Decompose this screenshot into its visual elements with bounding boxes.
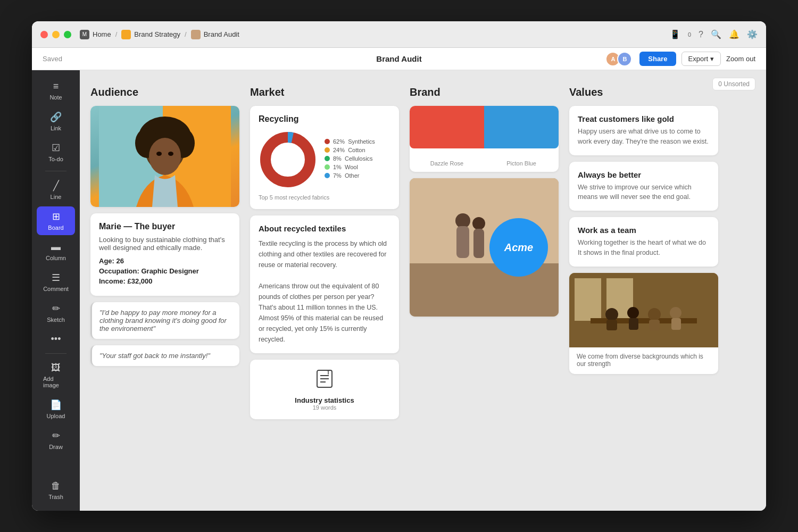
value-text-2: We strive to improve our service which m…	[578, 182, 710, 203]
sidebar-item-link[interactable]: 🔗 Link	[37, 107, 75, 136]
color-swatches-card: Dazzle Rose Picton Blue	[410, 106, 559, 172]
breadcrumb-brand-audit[interactable]: Brand Audit	[191, 30, 239, 39]
toolbar-actions: A B Share Export ▾ Zoom out	[605, 52, 755, 66]
swatch-dazzle-rose	[410, 106, 484, 148]
svg-point-6	[149, 138, 181, 175]
value-title-1: Treat customers like gold	[578, 114, 710, 123]
values-column: Values Treat customers like gold Happy u…	[569, 86, 718, 419]
svg-rect-22	[410, 263, 559, 317]
sidebar-item-more[interactable]: •••	[37, 329, 75, 349]
svg-point-7	[156, 152, 162, 156]
profile-occupation: Occupation: Graphic Designer	[99, 267, 231, 275]
quote-card-2: "Your staff got back to me instantly!"	[90, 345, 239, 366]
svg-rect-27	[473, 229, 484, 258]
value-title-2: Always be better	[578, 170, 710, 179]
profile-age: Age: 26	[99, 257, 231, 265]
mobile-icon[interactable]: 📱	[670, 29, 680, 39]
sort-badge[interactable]: 0 Unsorted	[712, 78, 755, 90]
settings-icon[interactable]: ⚙️	[747, 29, 758, 39]
svg-rect-37	[649, 320, 660, 330]
sidebar-item-column[interactable]: ▬ Column	[37, 237, 75, 265]
audience-column: Audience	[90, 86, 239, 419]
draw-icon: ✏	[52, 430, 60, 442]
value-card-1: Treat customers like gold Happy users ar…	[569, 106, 718, 155]
svg-rect-25	[456, 226, 469, 258]
swatch-label-blue: Picton Blue	[484, 158, 559, 168]
sidebar-item-comment[interactable]: ☰ Comment	[37, 268, 75, 296]
titlebar: M Home / Brand Strategy / Brand Audit 📱 …	[32, 21, 766, 48]
brand-column: Brand Dazzle Rose Picton Blue	[410, 86, 559, 419]
svg-point-32	[605, 308, 618, 321]
person-photo	[90, 106, 239, 207]
value-card-3: Work as a team Working together is the h…	[569, 217, 718, 267]
svg-rect-39	[671, 318, 681, 330]
link-icon: 🔗	[50, 111, 62, 123]
export-label: Export	[688, 55, 709, 63]
sidebar-item-line[interactable]: ╱ Line	[37, 176, 75, 204]
add-image-icon: 🖼	[51, 362, 61, 373]
profile-info-card: Marie — The buyer Looking to buy sustain…	[90, 213, 239, 296]
zoom-out-button[interactable]: Zoom out	[726, 55, 755, 63]
page-title: Brand Audit	[376, 54, 421, 63]
sidebar-item-add-image[interactable]: 🖼 Add image	[37, 358, 75, 393]
sidebar: ≡ Note 🔗 Link ☑ To-do ╱ Line ⊞ Board ▬	[32, 70, 80, 511]
profile-name: Marie — The buyer	[99, 222, 231, 231]
titlebar-actions: 📱 0 ? 🔍 🔔 ⚙️	[670, 29, 758, 39]
search-icon[interactable]: 🔍	[711, 29, 721, 39]
sidebar-label-comment: Comment	[43, 286, 69, 292]
breadcrumb-audit-label: Brand Audit	[204, 30, 239, 38]
breadcrumb-home[interactable]: M Home	[80, 30, 111, 39]
brand-logo-card: Acme	[410, 178, 559, 317]
chart-title: Recycling	[259, 114, 390, 124]
canvas[interactable]: 0 Unsorted Audience	[80, 70, 766, 511]
age-value: 26	[117, 257, 124, 265]
close-button[interactable]	[40, 31, 48, 38]
sidebar-item-draw[interactable]: ✏ Draw	[37, 426, 75, 454]
legend-label-other: 7% Other	[333, 172, 360, 179]
donut-chart-card: Recycling	[250, 106, 399, 209]
blue-label: Picton Blue	[506, 160, 536, 167]
sidebar-item-note[interactable]: ≡ Note	[37, 77, 75, 105]
profile-desc: Looking to buy sustainable clothing that…	[99, 236, 231, 252]
line-icon: ╱	[53, 180, 59, 192]
sidebar-label-todo: To-do	[48, 156, 63, 162]
window-controls	[40, 31, 71, 38]
quote-text-2: "Your staff got back to me instantly!"	[99, 352, 210, 360]
acme-logo-circle: Acme	[489, 218, 548, 277]
sidebar-item-sketch[interactable]: ✏ Sketch	[37, 298, 75, 327]
team-photo-card: We come from diverse backgrounds which i…	[569, 273, 718, 374]
textile-card: About recycled textiles Textile recyclin…	[250, 215, 399, 353]
legend-label-wool: 1% Wool	[333, 164, 358, 170]
columns-container: Audience	[90, 86, 755, 419]
breadcrumb-brand-strategy[interactable]: Brand Strategy	[121, 30, 180, 39]
legend-cotton: 24% Cotton	[325, 147, 375, 153]
market-header: Market	[250, 86, 399, 98]
minimize-button[interactable]	[52, 31, 60, 38]
sidebar-label-board: Board	[48, 225, 63, 231]
sidebar-item-trash[interactable]: 🗑 Trash	[37, 476, 75, 504]
donut-chart	[259, 130, 317, 189]
svg-rect-33	[606, 320, 617, 330]
sidebar-item-todo[interactable]: ☑ To-do	[37, 138, 75, 167]
brand-background: Acme	[410, 178, 559, 317]
help-icon[interactable]: ?	[699, 30, 703, 39]
export-button[interactable]: Export ▾	[681, 52, 721, 66]
breadcrumb-strategy-label: Brand Strategy	[134, 30, 180, 38]
share-button[interactable]: Share	[639, 52, 676, 66]
value-title-3: Work as a team	[578, 226, 710, 235]
chart-caption: Top 5 most recycled fabrics	[259, 194, 390, 201]
sidebar-item-board[interactable]: ⊞ Board	[37, 206, 75, 235]
legend-wool: 1% Wool	[325, 164, 375, 170]
sidebar-label-column: Column	[46, 255, 66, 261]
bell-icon[interactable]: 🔔	[729, 29, 739, 39]
stats-title: Industry statistics	[259, 396, 390, 404]
stats-subtitle: 19 words	[259, 404, 390, 411]
legend-cellulosics: 8% Cellulosics	[325, 155, 375, 162]
upload-icon: 📄	[50, 399, 62, 411]
sidebar-label-note: Note	[49, 94, 62, 101]
sidebar-item-upload[interactable]: 📄 Upload	[37, 395, 75, 423]
maximize-button[interactable]	[64, 31, 71, 38]
sidebar-label-line: Line	[51, 194, 62, 200]
sidebar-label-link: Link	[51, 125, 61, 131]
sidebar-label-draw: Draw	[49, 444, 63, 450]
